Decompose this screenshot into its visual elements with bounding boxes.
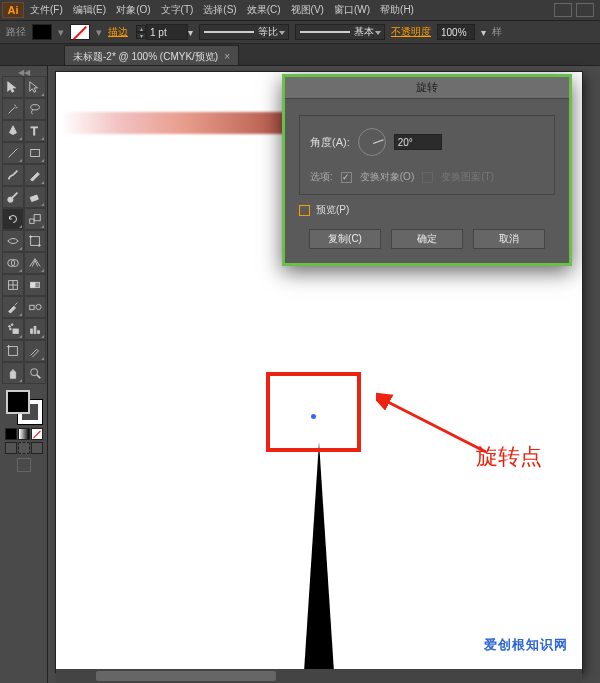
document-tab[interactable]: 未标题-2* @ 100% (CMYK/预览) × bbox=[64, 45, 239, 65]
workspace-arrange-icon[interactable] bbox=[554, 3, 572, 17]
gradient-tool[interactable] bbox=[24, 274, 46, 296]
menu-view[interactable]: 视图(V) bbox=[291, 3, 324, 17]
draw-inside-icon[interactable] bbox=[31, 442, 43, 454]
svg-rect-17 bbox=[30, 282, 34, 287]
transform-patterns-checkbox[interactable]: ✓ bbox=[422, 172, 433, 183]
copy-button[interactable]: 复制(C) bbox=[309, 229, 381, 249]
artboard-tool[interactable] bbox=[2, 340, 24, 362]
blob-brush-tool[interactable] bbox=[2, 186, 24, 208]
menu-type[interactable]: 文字(T) bbox=[161, 3, 194, 17]
close-icon[interactable]: × bbox=[224, 51, 230, 62]
blend-tool[interactable] bbox=[24, 296, 46, 318]
svg-rect-27 bbox=[8, 347, 17, 356]
dropdown-caret-icon[interactable]: ▾ bbox=[481, 27, 486, 38]
fill-stroke-control[interactable] bbox=[4, 388, 44, 426]
angle-dial-icon[interactable] bbox=[358, 128, 386, 156]
dropdown-caret-icon[interactable]: ▾ bbox=[96, 26, 102, 39]
menu-file[interactable]: 文件(F) bbox=[30, 3, 63, 17]
svg-point-0 bbox=[30, 105, 39, 110]
color-mode-gradient-icon[interactable] bbox=[18, 428, 30, 440]
fill-color-icon[interactable] bbox=[6, 390, 30, 414]
scale-tool[interactable] bbox=[24, 208, 46, 230]
pencil-tool[interactable] bbox=[24, 164, 46, 186]
svg-rect-6 bbox=[29, 219, 33, 223]
cancel-button[interactable]: 取消 bbox=[473, 229, 545, 249]
svg-rect-5 bbox=[30, 195, 38, 202]
svg-point-23 bbox=[9, 328, 11, 330]
zoom-tool[interactable] bbox=[24, 362, 46, 384]
draw-behind-icon[interactable] bbox=[18, 442, 30, 454]
transform-objects-checkbox[interactable]: ✓ bbox=[341, 172, 352, 183]
eyedropper-tool[interactable] bbox=[2, 296, 24, 318]
menu-window[interactable]: 窗口(W) bbox=[334, 3, 370, 17]
hand-tool[interactable] bbox=[2, 362, 24, 384]
stroke-link[interactable]: 描边 bbox=[108, 25, 128, 39]
svg-rect-3 bbox=[30, 150, 39, 157]
angle-input[interactable] bbox=[394, 134, 442, 150]
free-transform-tool[interactable] bbox=[24, 230, 46, 252]
menu-object[interactable]: 对象(O) bbox=[116, 3, 150, 17]
svg-point-22 bbox=[11, 324, 13, 326]
symbol-sprayer-tool[interactable] bbox=[2, 318, 24, 340]
app-logo: Ai bbox=[2, 2, 24, 18]
preview-checkbox[interactable] bbox=[299, 205, 310, 216]
line-preview-icon bbox=[300, 31, 350, 33]
slice-tool[interactable] bbox=[24, 340, 46, 362]
type-tool[interactable]: T bbox=[24, 120, 46, 142]
shape-builder-tool[interactable] bbox=[2, 252, 24, 274]
menu-select[interactable]: 选择(S) bbox=[203, 3, 236, 17]
variable-width-profile-select[interactable]: 等比 bbox=[199, 24, 289, 40]
svg-point-9 bbox=[29, 236, 31, 238]
perspective-grid-tool[interactable] bbox=[24, 252, 46, 274]
opacity-input[interactable] bbox=[437, 24, 475, 40]
annotation-text: 旋转点 bbox=[476, 442, 542, 472]
artwork-needle-shape[interactable] bbox=[304, 442, 334, 672]
scrollbar-thumb[interactable] bbox=[96, 671, 276, 681]
screen-mode-icon[interactable] bbox=[17, 458, 31, 472]
svg-rect-8 bbox=[30, 237, 39, 246]
stroke-swatch[interactable] bbox=[70, 24, 90, 40]
brush-definition-select[interactable]: 基本 bbox=[295, 24, 385, 40]
screen-mode-switch[interactable] bbox=[17, 458, 31, 472]
artboard[interactable]: 旋转 角度(A): 选项: ✓ 变换对象(O) bbox=[56, 72, 582, 672]
dropdown-caret-icon[interactable]: ▾ bbox=[58, 26, 64, 39]
eraser-tool[interactable] bbox=[24, 186, 46, 208]
menu-help[interactable]: 帮助(H) bbox=[380, 3, 414, 17]
document-tab-bar: 未标题-2* @ 100% (CMYK/预览) × bbox=[0, 44, 600, 66]
column-graph-tool[interactable] bbox=[24, 318, 46, 340]
width-tool[interactable] bbox=[2, 230, 24, 252]
line-preview-icon bbox=[204, 31, 254, 33]
horizontal-scrollbar[interactable] bbox=[56, 669, 582, 683]
svg-rect-24 bbox=[30, 329, 32, 333]
opacity-link[interactable]: 不透明度 bbox=[391, 25, 431, 39]
direct-selection-tool[interactable] bbox=[24, 76, 46, 98]
magic-wand-tool[interactable] bbox=[2, 98, 24, 120]
paintbrush-tool[interactable] bbox=[2, 164, 24, 186]
style-label: 样 bbox=[492, 25, 502, 39]
draw-mode-row bbox=[5, 442, 43, 454]
selection-tool[interactable] bbox=[2, 76, 24, 98]
menu-effect[interactable]: 效果(C) bbox=[247, 3, 281, 17]
color-mode-none-icon[interactable] bbox=[31, 428, 43, 440]
svg-text:T: T bbox=[30, 125, 37, 137]
line-segment-tool[interactable] bbox=[2, 142, 24, 164]
options-bar: 路径 ▾ ▾ 描边 ▴▾ ▾ 等比 基本 不透明度 ▾ 样 bbox=[0, 20, 600, 44]
svg-rect-26 bbox=[37, 331, 39, 334]
ok-button[interactable]: 确定 bbox=[391, 229, 463, 249]
mesh-tool[interactable] bbox=[2, 274, 24, 296]
stroke-weight-input[interactable] bbox=[146, 24, 188, 40]
fill-swatch[interactable] bbox=[32, 24, 52, 40]
pen-tool[interactable] bbox=[2, 120, 24, 142]
canvas-area: 旋转 角度(A): 选项: ✓ 变换对象(O) bbox=[48, 66, 600, 683]
svg-rect-7 bbox=[34, 215, 40, 221]
rectangle-tool[interactable] bbox=[24, 142, 46, 164]
color-mode-solid-icon[interactable] bbox=[5, 428, 17, 440]
svg-rect-20 bbox=[13, 329, 18, 333]
menu-edit[interactable]: 编辑(E) bbox=[73, 3, 106, 17]
draw-normal-icon[interactable] bbox=[5, 442, 17, 454]
lasso-tool[interactable] bbox=[24, 98, 46, 120]
selection-type-label: 路径 bbox=[6, 25, 26, 39]
workspace-switcher-icon[interactable] bbox=[576, 3, 594, 17]
rotate-tool[interactable] bbox=[2, 208, 24, 230]
stroke-weight-stepper[interactable]: ▴▾ ▾ bbox=[134, 24, 193, 40]
